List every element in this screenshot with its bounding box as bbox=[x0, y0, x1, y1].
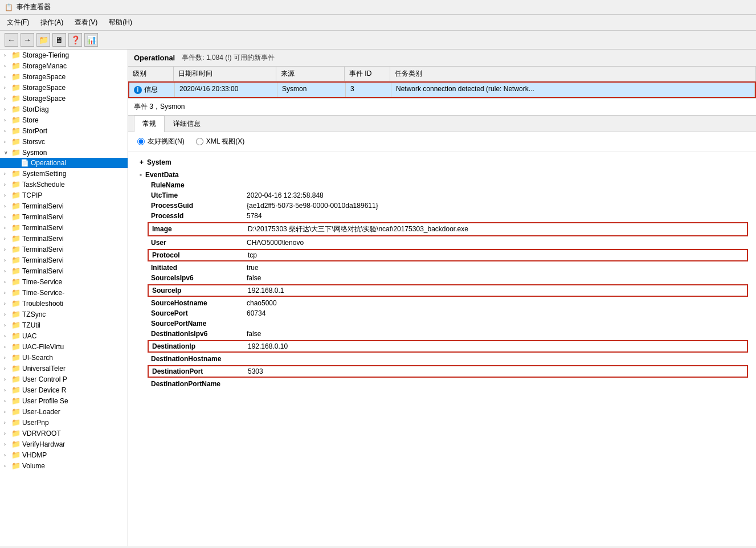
data-key-13: DestinationIsIpv6 bbox=[151, 330, 242, 338]
data-key-8: SourceIsIpv6 bbox=[151, 274, 242, 282]
sidebar-item-2[interactable]: ›📁StorageSpace bbox=[0, 71, 128, 82]
help-button[interactable]: ❓ bbox=[68, 33, 82, 47]
sidebar-item-31[interactable]: ›📁User Device R bbox=[0, 385, 128, 395]
folder-icon-38: 📁 bbox=[11, 461, 21, 470]
folder-icon-21: 📁 bbox=[11, 277, 21, 286]
sidebar-label-31: User Device R bbox=[22, 386, 66, 394]
data-key-0: RuleName bbox=[151, 181, 242, 189]
sidebar-item-8[interactable]: ›📁Storsvc bbox=[0, 136, 128, 147]
eventdata-minus-icon: - bbox=[140, 171, 142, 179]
sidebar-item-27[interactable]: ›📁UAC-FileVirtu bbox=[0, 341, 128, 352]
radio-xml[interactable]: XML 视图(X) bbox=[196, 137, 245, 146]
sidebar-label-5: StorDiag bbox=[22, 105, 49, 113]
arrow-icon-30: › bbox=[4, 377, 10, 382]
arrow-icon-36: › bbox=[4, 441, 10, 447]
sidebar-item-22[interactable]: ›📁Time-Service- bbox=[0, 287, 128, 298]
sidebar-item-12[interactable]: ›📁TaskSchedule bbox=[0, 179, 128, 190]
event-row[interactable]: i 信息 2020/4/16 20:33:00 Sysmon 3 Network… bbox=[128, 81, 756, 98]
sidebar-item-13[interactable]: ›📁TCPIP bbox=[0, 190, 128, 201]
sidebar-item-37[interactable]: ›📁VHDMP bbox=[0, 449, 128, 460]
event-detail-header: 事件 3，Sysmon bbox=[128, 99, 756, 116]
sidebar-item-32[interactable]: ›📁User Profile Se bbox=[0, 395, 128, 406]
sidebar-item-24[interactable]: ›📁TZSync bbox=[0, 309, 128, 320]
sidebar-item-25[interactable]: ›📁TZUtil bbox=[0, 320, 128, 330]
menu-view[interactable]: 查看(V) bbox=[72, 17, 100, 28]
menu-help[interactable]: 帮助(H) bbox=[107, 17, 134, 28]
sidebar-item-0[interactable]: ›📁Storage-Tiering bbox=[0, 50, 128, 60]
data-row-9: SourceIp192.168.0.1 bbox=[148, 284, 748, 297]
sidebar-item-30[interactable]: ›📁User Control P bbox=[0, 374, 128, 385]
sidebar-item-36[interactable]: ›📁VerifyHardwar bbox=[0, 439, 128, 449]
sidebar-item-15[interactable]: ›📁TerminalServi bbox=[0, 211, 128, 222]
radio-friendly-input[interactable] bbox=[137, 138, 145, 145]
sidebar-item-34[interactable]: ›📁UserPnp bbox=[0, 417, 128, 428]
forward-button[interactable]: → bbox=[21, 33, 34, 47]
sidebar-item-3[interactable]: ›📁StorageSpace bbox=[0, 82, 128, 93]
sidebar-item-26[interactable]: ›📁UAC bbox=[0, 330, 128, 341]
col-eventid: 事件 ID bbox=[345, 67, 390, 81]
data-value-16: 5303 bbox=[248, 367, 263, 375]
sidebar-item-20[interactable]: ›📁TerminalServi bbox=[0, 265, 128, 276]
sidebar-label-17: TerminalServi bbox=[22, 235, 64, 243]
sidebar-item-38[interactable]: ›📁Volume bbox=[0, 460, 128, 471]
arrow-icon-26: › bbox=[4, 333, 10, 339]
sidebar-item-4[interactable]: ›📁StorageSpace bbox=[0, 93, 128, 104]
sidebar-item-1[interactable]: ›📁StorageManac bbox=[0, 60, 128, 71]
eventdata-section: - EventData RuleNameUtcTime2020-04-16 12… bbox=[140, 170, 745, 389]
sidebar-item-19[interactable]: ›📁TerminalServi bbox=[0, 255, 128, 265]
folder-button[interactable]: 📁 bbox=[36, 33, 50, 47]
sidebar-item-23[interactable]: ›📁Troubleshooti bbox=[0, 298, 128, 309]
sidebar-label-20: TerminalServi bbox=[22, 267, 64, 275]
cell-category: Network connection detected (rule: Netwo… bbox=[391, 83, 755, 97]
arrow-icon-22: › bbox=[4, 290, 10, 296]
data-row-10: SourceHostnamechao5000 bbox=[151, 298, 745, 308]
sidebar-item-7[interactable]: ›📁StorPort bbox=[0, 125, 128, 136]
sidebar-item-33[interactable]: ›📁User-Loader bbox=[0, 406, 128, 417]
folder-icon-32: 📁 bbox=[11, 396, 21, 405]
col-datetime: 日期和时间 bbox=[174, 67, 276, 81]
sidebar-item-18[interactable]: ›📁TerminalServi bbox=[0, 244, 128, 255]
data-value-7: true bbox=[247, 264, 259, 272]
radio-friendly[interactable]: 友好视图(N) bbox=[137, 137, 185, 146]
data-value-13: false bbox=[247, 330, 261, 338]
sidebar-item-16[interactable]: ›📁TerminalServi bbox=[0, 222, 128, 233]
sidebar-item-28[interactable]: ›📁UI-Search bbox=[0, 352, 128, 363]
sidebar-item-5[interactable]: ›📁StorDiag bbox=[0, 104, 128, 114]
chart-button[interactable]: 📊 bbox=[84, 33, 98, 47]
sidebar-item-9[interactable]: ∨📁Sysmon bbox=[0, 147, 128, 158]
radio-xml-input[interactable] bbox=[196, 138, 203, 145]
data-row-4: ImageD:\20175303 柴轩达\大三下\网络对抗\实验\ncat\20… bbox=[148, 222, 748, 236]
data-row-11: SourcePort60734 bbox=[151, 308, 745, 318]
arrow-icon-27: › bbox=[4, 344, 10, 350]
folder-icon-29: 📁 bbox=[11, 364, 21, 373]
sidebar-item-14[interactable]: ›📁TerminalServi bbox=[0, 201, 128, 211]
sidebar-label-36: VerifyHardwar bbox=[22, 440, 65, 448]
data-key-4: Image bbox=[152, 225, 243, 233]
eventdata-toggle[interactable]: - EventData bbox=[140, 170, 745, 180]
sidebar-label-22: Time-Service- bbox=[22, 289, 64, 297]
data-key-15: DestinationHostname bbox=[151, 355, 242, 363]
back-button[interactable]: ← bbox=[5, 33, 18, 47]
tab-general[interactable]: 常规 bbox=[134, 116, 165, 132]
folder-icon-18: 📁 bbox=[11, 245, 21, 253]
sidebar-item-10[interactable]: 📄Operational bbox=[0, 158, 128, 168]
data-value-3: 5784 bbox=[247, 212, 262, 220]
system-toggle[interactable]: + System bbox=[140, 157, 745, 167]
sidebar-item-29[interactable]: ›📁UniversalTeler bbox=[0, 363, 128, 374]
tab-details[interactable]: 详细信息 bbox=[165, 116, 209, 132]
sidebar-label-13: TCPIP bbox=[22, 191, 42, 199]
menu-file[interactable]: 文件(F) bbox=[5, 17, 31, 28]
sidebar-item-35[interactable]: ›📁VDRVROOT bbox=[0, 428, 128, 439]
sidebar-item-6[interactable]: ›📁Store bbox=[0, 114, 128, 125]
cell-datetime: 2020/4/16 20:33:00 bbox=[175, 83, 277, 97]
sidebar-item-17[interactable]: ›📁TerminalServi bbox=[0, 233, 128, 244]
arrow-icon-20: › bbox=[4, 268, 10, 274]
sidebar-item-21[interactable]: ›📁Time-Service bbox=[0, 276, 128, 287]
sidebar-item-11[interactable]: ›📁SystemSetting bbox=[0, 168, 128, 179]
sidebar-label-30: User Control P bbox=[22, 375, 67, 383]
monitor-button[interactable]: 🖥 bbox=[52, 33, 66, 47]
data-row-12: SourcePortName bbox=[151, 318, 745, 329]
sidebar-label-14: TerminalServi bbox=[22, 202, 64, 210]
sidebar-label-32: User Profile Se bbox=[22, 397, 68, 405]
menu-action[interactable]: 操作(A) bbox=[38, 17, 66, 28]
